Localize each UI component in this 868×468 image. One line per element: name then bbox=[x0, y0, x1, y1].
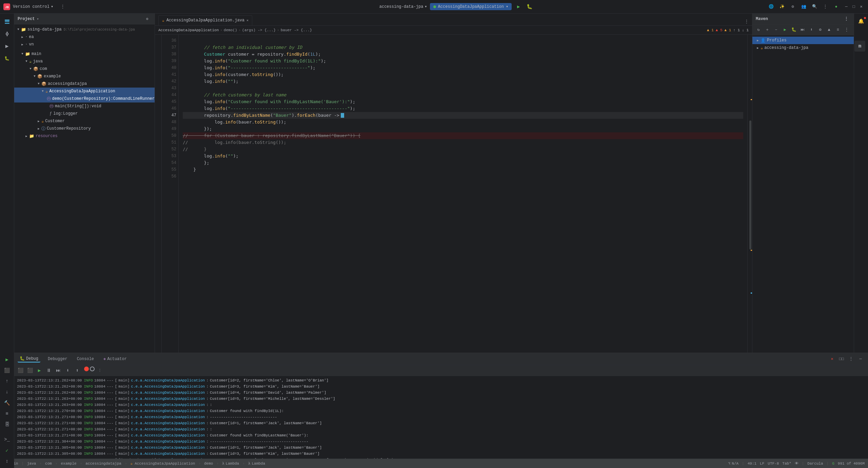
tree-item-demo-method[interactable]: ⓜ demo(CustomerRepository):CommandLineRu… bbox=[14, 95, 155, 102]
terminal-tool[interactable]: >_ bbox=[2, 435, 13, 444]
record-more-icon[interactable]: ⋮ bbox=[96, 367, 104, 375]
maven-download-icon[interactable]: ⬇ bbox=[807, 26, 815, 34]
tree-item-main-method[interactable]: ⓜ main(String[]):void bbox=[14, 102, 155, 110]
project-dropdown[interactable]: accessing-data-jpa ▾ bbox=[379, 4, 427, 9]
maven-add-icon[interactable]: ＋ bbox=[763, 26, 771, 34]
tree-item-java[interactable]: ▼ ☕ java bbox=[14, 58, 155, 65]
settings-icon[interactable]: ⚙ bbox=[789, 3, 797, 11]
debug-button[interactable]: 🐛 bbox=[525, 3, 533, 11]
minimize-button[interactable]: ─ bbox=[843, 3, 850, 10]
breadcrumb-lambda2[interactable]: bauer -> {...} bbox=[281, 28, 312, 32]
down-tool[interactable]: ↓ bbox=[2, 387, 13, 397]
resources-expand[interactable]: ▶ bbox=[24, 134, 29, 138]
status-encoding[interactable]: UTF-8 bbox=[768, 462, 779, 466]
status-git-changes[interactable]: G bbox=[832, 462, 834, 466]
customer-repo-expand[interactable]: ▶ bbox=[36, 127, 41, 131]
maven-run-icon[interactable]: ▶ bbox=[781, 26, 789, 34]
tab-close-button[interactable]: ✕ bbox=[246, 18, 249, 22]
minimize-panel-icon[interactable]: ─ bbox=[856, 355, 865, 363]
maven-project-item[interactable]: ▶ ☕ accessing-data-jpa bbox=[752, 44, 854, 52]
search-icon[interactable]: 🔍 bbox=[810, 3, 818, 11]
status-com[interactable]: com bbox=[45, 462, 52, 466]
java-expand[interactable]: ▼ bbox=[24, 60, 29, 63]
maven-collapse-icon[interactable]: ▲ bbox=[825, 26, 833, 34]
vn-expand[interactable]: ▶ bbox=[20, 43, 25, 46]
status-memory[interactable]: 991 of 4096M bbox=[838, 462, 865, 466]
status-example[interactable]: example bbox=[61, 462, 76, 466]
tree-item-com[interactable]: ▼ 📦 com bbox=[14, 65, 155, 73]
status-user-theme[interactable]: Darcula bbox=[807, 462, 823, 466]
git-tool[interactable]: ↕ bbox=[2, 456, 13, 466]
structure-tool[interactable]: ≡ bbox=[2, 409, 13, 418]
maven-debug-icon[interactable]: 🐛 bbox=[790, 26, 798, 34]
breadcrumb-class[interactable]: AccessingDataJpaApplication bbox=[158, 28, 219, 32]
maven-expand-all-icon[interactable]: ≡ bbox=[834, 26, 842, 34]
maven-more-icon[interactable]: ⋮ bbox=[842, 15, 850, 23]
step-into-button[interactable]: ⬇ bbox=[64, 367, 72, 375]
resume-button[interactable]: ▶ bbox=[35, 367, 43, 375]
step-out-button[interactable]: ⬆ bbox=[73, 367, 81, 375]
status-lambda2[interactable]: λ Lambda bbox=[248, 462, 265, 466]
close-button[interactable]: ✕ bbox=[858, 3, 865, 10]
tree-item-customer-repo[interactable]: ▶ ⓘ CustomerRepository bbox=[14, 125, 155, 132]
tree-item-customer[interactable]: ▶ ☕ Customer bbox=[14, 117, 155, 125]
maximize-button[interactable]: □ bbox=[850, 3, 857, 10]
status-tab-size[interactable]: Tab* bbox=[782, 462, 791, 466]
gradle-tool[interactable]: 🔨 bbox=[2, 398, 13, 408]
profiles-expand[interactable]: ▶ bbox=[755, 39, 761, 42]
console-tab[interactable]: Console bbox=[75, 356, 96, 362]
run-debug-tool[interactable]: ▶ bbox=[2, 355, 13, 364]
maven-more2-icon[interactable]: ⋮ bbox=[843, 26, 851, 34]
debug-tab[interactable]: 🐛 Debug bbox=[18, 355, 40, 362]
tree-item-resources[interactable]: ▶ 📁 resources bbox=[14, 132, 155, 140]
sidebar-commit-icon[interactable] bbox=[2, 29, 13, 39]
maven-refresh-icon[interactable]: ↻ bbox=[754, 26, 763, 34]
notifications-icon[interactable]: 🔔 bbox=[856, 16, 867, 26]
main-expand[interactable]: ▼ bbox=[20, 52, 25, 56]
status-git-icon[interactable]: ⌥ N/A bbox=[728, 461, 738, 466]
actuator-tab[interactable]: ◈ Actuator bbox=[101, 356, 129, 362]
hamburger-menu[interactable]: ⋮ bbox=[59, 3, 67, 11]
maven-remove-icon[interactable]: － bbox=[772, 26, 780, 34]
accessingdatajpa-expand[interactable]: ▼ bbox=[36, 82, 41, 86]
tree-item-main[interactable]: ▼ 📁 main bbox=[14, 50, 155, 58]
main-class-expand[interactable]: ▼ bbox=[40, 90, 45, 93]
debugger-tab[interactable]: Debugger bbox=[46, 356, 70, 362]
tree-item-main-class[interactable]: ▼ ☕ AccessingDataJpaApplication bbox=[14, 88, 155, 95]
stop-process-button[interactable]: ⬛ bbox=[16, 367, 24, 375]
more-icon[interactable]: ⋮ bbox=[821, 3, 829, 11]
customer-expand[interactable]: ▶ bbox=[36, 119, 41, 123]
status-eye-icon[interactable]: 👁 bbox=[795, 461, 798, 466]
tree-item-example[interactable]: ▼ 📦 example bbox=[14, 73, 155, 80]
tree-item-vn[interactable]: ▶ · vn bbox=[14, 41, 155, 48]
status-line-sep[interactable]: LF bbox=[760, 462, 764, 466]
database-tool[interactable]: 🗄 bbox=[2, 420, 13, 429]
status-java[interactable]: java bbox=[27, 462, 36, 466]
users-icon[interactable]: 👥 bbox=[800, 3, 808, 11]
status-line-col[interactable]: 49:1 bbox=[748, 462, 756, 466]
version-control-dropdown[interactable]: Version control ▾ bbox=[13, 4, 53, 9]
pause-button[interactable]: ⏸ bbox=[45, 367, 53, 375]
tree-item-log[interactable]: ƒ log:Logger bbox=[14, 110, 155, 117]
stop-debug-icon[interactable]: ✕ bbox=[828, 355, 836, 363]
project-expand[interactable]: ▶ bbox=[755, 46, 761, 50]
debug-more-icon[interactable]: ⋮ bbox=[847, 355, 855, 363]
problems-tool[interactable]: ✓ bbox=[2, 446, 13, 455]
restore-icon[interactable]: □□ bbox=[837, 355, 846, 363]
tree-item-accessingdatajpa[interactable]: ▼ 📦 accessingdatajpa bbox=[14, 80, 155, 88]
root-expand-arrow[interactable]: ▼ bbox=[16, 28, 21, 31]
maven-skip-icon[interactable]: ⏭ bbox=[798, 26, 807, 34]
breadcrumb-lambda1[interactable]: (args) -> {...} bbox=[242, 28, 276, 32]
editor-tab-main[interactable]: ☕ AccessingDataJpaApplication.java ✕ bbox=[158, 15, 252, 25]
status-icon[interactable]: ● bbox=[832, 3, 840, 11]
sidebar-run-icon[interactable]: ▶ bbox=[2, 41, 13, 52]
sidebar-debug-icon[interactable]: 🐛 bbox=[2, 53, 13, 64]
record-button[interactable] bbox=[84, 367, 89, 371]
breadcrumb-method[interactable]: demo() bbox=[224, 28, 237, 32]
run-button[interactable]: ▶ bbox=[514, 3, 522, 11]
step-over-button[interactable]: ⏭ bbox=[54, 367, 62, 375]
console-output[interactable]: 2023-03-13T22:13:21.262+08:00 INFO 18084… bbox=[14, 376, 868, 458]
project-settings-icon[interactable]: ⚙ bbox=[143, 15, 151, 23]
example-expand[interactable]: ▼ bbox=[32, 75, 37, 78]
ea-expand[interactable]: ▶ bbox=[20, 35, 25, 39]
